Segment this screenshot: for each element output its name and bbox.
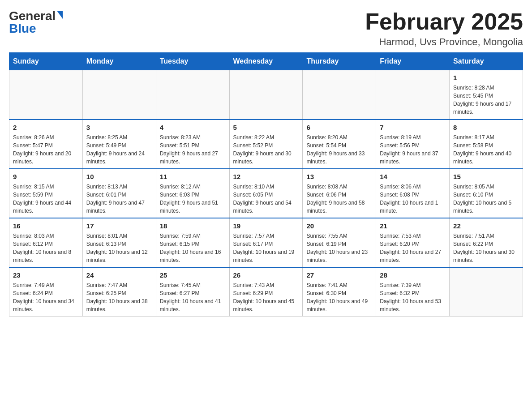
calendar-day-cell: [450, 267, 523, 317]
calendar-day-cell: 24Sunrise: 7:47 AMSunset: 6:25 PMDayligh…: [82, 267, 156, 317]
calendar-day-cell: 16Sunrise: 8:03 AMSunset: 6:12 PMDayligh…: [9, 218, 83, 267]
location-subtitle: Harmod, Uvs Province, Mongolia: [365, 36, 523, 48]
calendar-day-cell: 13Sunrise: 8:08 AMSunset: 6:06 PMDayligh…: [303, 169, 376, 218]
calendar-day-cell: 3Sunrise: 8:25 AMSunset: 5:49 PMDaylight…: [82, 120, 156, 169]
day-number: 7: [380, 123, 446, 132]
logo: General Blue: [9, 9, 63, 36]
day-info: Sunrise: 7:55 AMSunset: 6:19 PMDaylight:…: [306, 232, 372, 264]
day-number: 20: [306, 221, 372, 231]
day-info: Sunrise: 8:12 AMSunset: 6:03 PMDaylight:…: [160, 183, 226, 215]
day-number: 3: [86, 123, 152, 132]
calendar-day-cell: [303, 70, 376, 120]
calendar-week-row: 23Sunrise: 7:49 AMSunset: 6:24 PMDayligh…: [9, 267, 523, 317]
day-number: 16: [13, 221, 79, 231]
day-info: Sunrise: 8:08 AMSunset: 6:06 PMDaylight:…: [306, 183, 372, 215]
day-info: Sunrise: 7:45 AMSunset: 6:27 PMDaylight:…: [160, 281, 226, 313]
calendar-day-cell: 2Sunrise: 8:26 AMSunset: 5:47 PMDaylight…: [9, 120, 83, 169]
header-sunday: Sunday: [9, 53, 83, 70]
day-number: 28: [380, 270, 446, 280]
day-number: 10: [86, 172, 152, 181]
calendar-table: SundayMondayTuesdayWednesdayThursdayFrid…: [9, 52, 523, 317]
calendar-day-cell: 17Sunrise: 8:01 AMSunset: 6:13 PMDayligh…: [82, 218, 156, 267]
day-info: Sunrise: 7:51 AMSunset: 6:22 PMDaylight:…: [453, 232, 519, 264]
calendar-day-cell: [9, 70, 83, 120]
calendar-day-cell: 4Sunrise: 8:23 AMSunset: 5:51 PMDaylight…: [156, 120, 229, 169]
day-number: 6: [306, 123, 372, 132]
day-info: Sunrise: 8:05 AMSunset: 6:10 PMDaylight:…: [453, 183, 519, 215]
day-number: 22: [453, 221, 519, 231]
title-area: February 2025 Harmod, Uvs Province, Mong…: [365, 9, 523, 48]
day-number: 26: [233, 270, 299, 280]
calendar-day-cell: [82, 70, 156, 120]
day-info: Sunrise: 8:06 AMSunset: 6:08 PMDaylight:…: [380, 183, 446, 215]
calendar-week-row: 9Sunrise: 8:15 AMSunset: 5:59 PMDaylight…: [9, 169, 523, 218]
calendar-day-cell: 5Sunrise: 8:22 AMSunset: 5:52 PMDaylight…: [229, 120, 303, 169]
calendar-day-cell: 11Sunrise: 8:12 AMSunset: 6:03 PMDayligh…: [156, 169, 229, 218]
calendar-day-cell: 20Sunrise: 7:55 AMSunset: 6:19 PMDayligh…: [303, 218, 376, 267]
day-info: Sunrise: 8:13 AMSunset: 6:01 PMDaylight:…: [86, 183, 152, 215]
day-number: 11: [160, 172, 226, 181]
day-info: Sunrise: 7:43 AMSunset: 6:29 PMDaylight:…: [233, 281, 299, 313]
day-info: Sunrise: 8:25 AMSunset: 5:49 PMDaylight:…: [86, 133, 152, 166]
day-number: 12: [233, 172, 299, 181]
day-number: 4: [160, 123, 226, 132]
calendar-day-cell: [376, 70, 450, 120]
day-number: 15: [453, 172, 519, 181]
day-info: Sunrise: 7:59 AMSunset: 6:15 PMDaylight:…: [160, 232, 226, 264]
calendar-day-cell: 12Sunrise: 8:10 AMSunset: 6:05 PMDayligh…: [229, 169, 303, 218]
logo-arrow-icon: [57, 11, 63, 19]
calendar-header-row: SundayMondayTuesdayWednesdayThursdayFrid…: [9, 53, 523, 70]
day-info: Sunrise: 7:39 AMSunset: 6:32 PMDaylight:…: [380, 281, 446, 313]
day-info: Sunrise: 8:15 AMSunset: 5:59 PMDaylight:…: [13, 183, 79, 215]
calendar-day-cell: 27Sunrise: 7:41 AMSunset: 6:30 PMDayligh…: [303, 267, 376, 317]
header-saturday: Saturday: [450, 53, 523, 70]
day-number: 2: [13, 123, 79, 132]
calendar-day-cell: 7Sunrise: 8:19 AMSunset: 5:56 PMDaylight…: [376, 120, 450, 169]
calendar-day-cell: [229, 70, 303, 120]
calendar-day-cell: 21Sunrise: 7:53 AMSunset: 6:20 PMDayligh…: [376, 218, 450, 267]
day-info: Sunrise: 8:28 AMSunset: 5:45 PMDaylight:…: [453, 84, 519, 116]
day-number: 1: [453, 73, 519, 82]
day-info: Sunrise: 8:01 AMSunset: 6:13 PMDaylight:…: [86, 232, 152, 264]
day-number: 14: [380, 172, 446, 181]
day-info: Sunrise: 8:03 AMSunset: 6:12 PMDaylight:…: [13, 232, 79, 264]
calendar-day-cell: 25Sunrise: 7:45 AMSunset: 6:27 PMDayligh…: [156, 267, 229, 317]
day-number: 9: [13, 172, 79, 181]
calendar-day-cell: 28Sunrise: 7:39 AMSunset: 6:32 PMDayligh…: [376, 267, 450, 317]
day-number: 17: [86, 221, 152, 231]
calendar-week-row: 16Sunrise: 8:03 AMSunset: 6:12 PMDayligh…: [9, 218, 523, 267]
calendar-day-cell: 22Sunrise: 7:51 AMSunset: 6:22 PMDayligh…: [450, 218, 523, 267]
calendar-day-cell: 10Sunrise: 8:13 AMSunset: 6:01 PMDayligh…: [82, 169, 156, 218]
calendar-day-cell: 23Sunrise: 7:49 AMSunset: 6:24 PMDayligh…: [9, 267, 83, 317]
month-title: February 2025: [365, 9, 523, 34]
header-wednesday: Wednesday: [229, 53, 303, 70]
calendar-day-cell: 14Sunrise: 8:06 AMSunset: 6:08 PMDayligh…: [376, 169, 450, 218]
calendar-day-cell: 6Sunrise: 8:20 AMSunset: 5:54 PMDaylight…: [303, 120, 376, 169]
day-number: 24: [86, 270, 152, 280]
calendar-day-cell: [156, 70, 229, 120]
day-number: 5: [233, 123, 299, 132]
day-info: Sunrise: 7:53 AMSunset: 6:20 PMDaylight:…: [380, 232, 446, 264]
day-info: Sunrise: 8:26 AMSunset: 5:47 PMDaylight:…: [13, 133, 79, 166]
calendar-day-cell: 15Sunrise: 8:05 AMSunset: 6:10 PMDayligh…: [450, 169, 523, 218]
day-number: 19: [233, 221, 299, 231]
calendar-day-cell: 26Sunrise: 7:43 AMSunset: 6:29 PMDayligh…: [229, 267, 303, 317]
calendar-day-cell: 19Sunrise: 7:57 AMSunset: 6:17 PMDayligh…: [229, 218, 303, 267]
day-info: Sunrise: 7:47 AMSunset: 6:25 PMDaylight:…: [86, 281, 152, 313]
day-number: 25: [160, 270, 226, 280]
header-monday: Monday: [82, 53, 156, 70]
calendar-week-row: 2Sunrise: 8:26 AMSunset: 5:47 PMDaylight…: [9, 120, 523, 169]
day-info: Sunrise: 8:10 AMSunset: 6:05 PMDaylight:…: [233, 183, 299, 215]
day-info: Sunrise: 8:20 AMSunset: 5:54 PMDaylight:…: [306, 133, 372, 166]
header-friday: Friday: [376, 53, 450, 70]
logo-blue: Blue: [9, 21, 36, 36]
calendar-day-cell: 18Sunrise: 7:59 AMSunset: 6:15 PMDayligh…: [156, 218, 229, 267]
day-number: 27: [306, 270, 372, 280]
day-number: 8: [453, 123, 519, 132]
header-thursday: Thursday: [303, 53, 376, 70]
day-number: 13: [306, 172, 372, 181]
day-info: Sunrise: 8:23 AMSunset: 5:51 PMDaylight:…: [160, 133, 226, 166]
calendar-day-cell: 8Sunrise: 8:17 AMSunset: 5:58 PMDaylight…: [450, 120, 523, 169]
day-info: Sunrise: 8:17 AMSunset: 5:58 PMDaylight:…: [453, 133, 519, 166]
day-number: 18: [160, 221, 226, 231]
